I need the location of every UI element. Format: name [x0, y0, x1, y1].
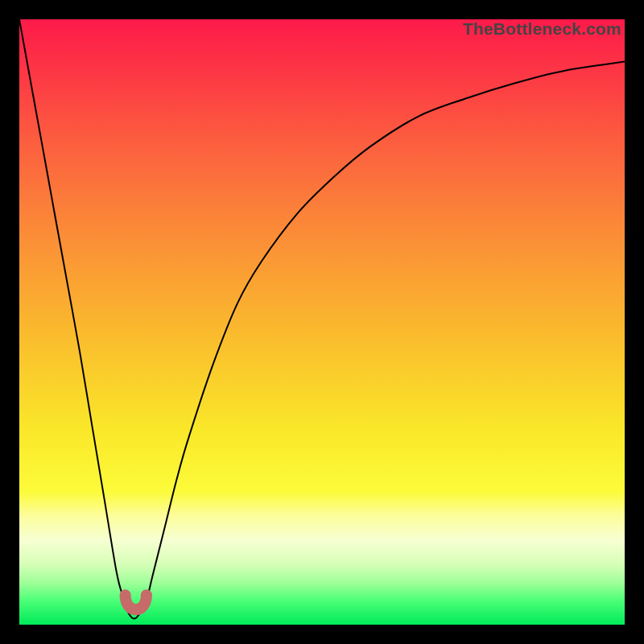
- optimum-marker: [126, 595, 147, 609]
- curve-path: [19, 19, 625, 619]
- bottleneck-curve: [19, 19, 625, 625]
- plot-area: TheBottleneck.com: [19, 19, 625, 625]
- chart-frame: TheBottleneck.com: [0, 0, 644, 644]
